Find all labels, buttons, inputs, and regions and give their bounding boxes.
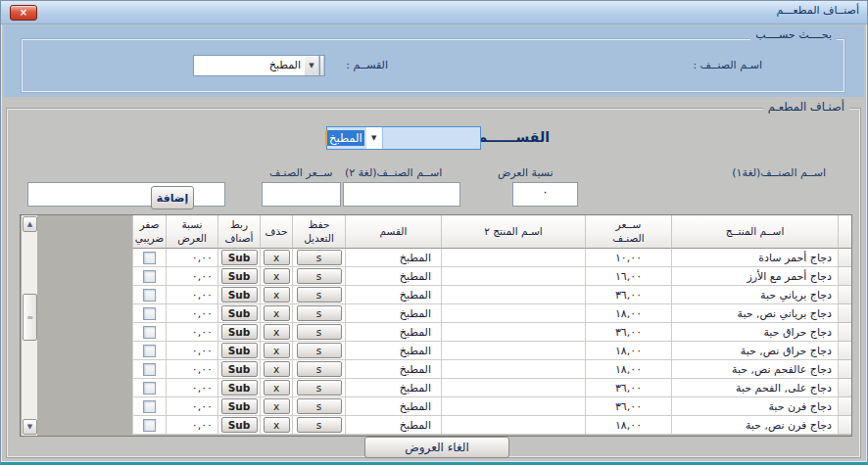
offer-percent-cell[interactable]: ٠,٠٠ bbox=[166, 249, 217, 267]
product-name2-cell[interactable] bbox=[441, 249, 585, 267]
item-price-cell[interactable]: ١٨,٠٠ bbox=[585, 304, 671, 323]
item-price-cell[interactable]: ١٨,٠٠ bbox=[585, 360, 671, 379]
link-items-button[interactable]: Sub bbox=[221, 417, 258, 433]
save-edit-button[interactable]: s bbox=[297, 398, 342, 414]
row-selector[interactable] bbox=[838, 397, 851, 416]
save-edit-button[interactable]: s bbox=[297, 361, 342, 377]
offer-percent-cell[interactable]: ٠,٠٠ bbox=[166, 323, 217, 342]
item-price-cell[interactable]: ١٨,٠٠ bbox=[585, 416, 671, 435]
zero-tax-checkbox[interactable] bbox=[143, 307, 156, 320]
item-price-cell[interactable]: ٣٦,٠٠ bbox=[585, 323, 671, 342]
product-name-cell[interactable]: دجاج فرن نص, حبة bbox=[671, 416, 838, 435]
link-items-button[interactable]: Sub bbox=[221, 343, 258, 358]
delete-button[interactable]: x bbox=[264, 287, 290, 302]
name-lang1-input[interactable] bbox=[27, 182, 225, 207]
link-items-button[interactable]: Sub bbox=[221, 361, 258, 377]
row-selector[interactable] bbox=[838, 304, 851, 323]
section-cell[interactable]: المطبخ bbox=[345, 379, 441, 397]
product-name2-cell[interactable] bbox=[441, 267, 585, 286]
link-items-button[interactable]: Sub bbox=[221, 398, 258, 414]
section-cell[interactable]: المطبخ bbox=[345, 416, 441, 435]
section-cell[interactable]: المطبخ bbox=[345, 323, 441, 342]
save-edit-button[interactable]: s bbox=[297, 417, 342, 433]
zero-tax-checkbox[interactable] bbox=[143, 345, 156, 357]
offer-percent-cell[interactable]: ٠,٠٠ bbox=[166, 379, 217, 397]
row-selector[interactable] bbox=[838, 342, 851, 360]
col-item-price[interactable]: ســعر الصنـف bbox=[585, 215, 671, 249]
offer-percent-cell[interactable]: ٠,٠٠ bbox=[166, 267, 217, 286]
delete-button[interactable]: x bbox=[264, 380, 290, 395]
product-name2-cell[interactable] bbox=[441, 323, 585, 342]
product-name2-cell[interactable] bbox=[441, 360, 585, 379]
close-button[interactable]: × bbox=[10, 5, 37, 21]
delete-button[interactable]: x bbox=[264, 268, 290, 284]
delete-button[interactable]: x bbox=[264, 324, 290, 340]
col-save-edit[interactable]: حفظ التعديل bbox=[292, 215, 345, 249]
zero-tax-checkbox[interactable] bbox=[143, 289, 156, 302]
scroll-down-icon[interactable]: ▼ bbox=[23, 419, 37, 435]
price-input[interactable] bbox=[262, 182, 341, 207]
item-price-cell[interactable]: ٣٦,٠٠ bbox=[585, 397, 671, 416]
link-items-button[interactable]: Sub bbox=[221, 268, 258, 284]
delete-button[interactable]: x bbox=[264, 343, 290, 358]
vertical-scrollbar[interactable]: ▲ ≡ ▼ bbox=[21, 215, 37, 436]
save-edit-button[interactable]: s bbox=[297, 343, 342, 358]
product-name2-cell[interactable] bbox=[441, 397, 585, 416]
cancel-offers-button[interactable]: الغاء العروض bbox=[364, 437, 509, 458]
product-name-cell[interactable]: دجاج حراق حبة bbox=[671, 323, 838, 342]
offer-percent-cell[interactable]: ٠,٠٠ bbox=[166, 286, 217, 304]
product-name2-cell[interactable] bbox=[441, 286, 585, 304]
scrollbar-thumb[interactable]: ≡ bbox=[23, 294, 37, 341]
product-name-cell[interactable]: دجاج حراق نص, حبة bbox=[671, 342, 838, 360]
row-selector[interactable] bbox=[838, 379, 851, 397]
product-name-cell[interactable]: دجاج فرن حبة bbox=[671, 397, 838, 416]
delete-button[interactable]: x bbox=[264, 305, 290, 321]
chevron-down-icon[interactable]: ▼ bbox=[305, 56, 319, 75]
offer-percent-cell[interactable]: ٠,٠٠ bbox=[166, 360, 217, 379]
item-price-cell[interactable]: ٣٦,٠٠ bbox=[585, 286, 671, 304]
link-items-button[interactable]: Sub bbox=[221, 305, 258, 321]
scroll-up-icon[interactable]: ▲ bbox=[23, 216, 37, 232]
section-cell[interactable]: المطبخ bbox=[345, 267, 441, 286]
zero-tax-checkbox[interactable] bbox=[143, 252, 156, 264]
section-cell[interactable]: المطبخ bbox=[345, 249, 441, 267]
save-edit-button[interactable]: s bbox=[297, 268, 342, 284]
item-price-cell[interactable]: ١٨,٠٠ bbox=[585, 342, 671, 360]
section-combobox[interactable]: المطبخ ▼ bbox=[326, 126, 481, 150]
section-cell[interactable]: المطبخ bbox=[345, 304, 441, 323]
link-items-button[interactable]: Sub bbox=[221, 287, 258, 302]
col-delete[interactable]: حذف bbox=[260, 215, 292, 249]
zero-tax-checkbox[interactable] bbox=[143, 363, 156, 376]
product-name-cell[interactable]: دجاج على, الفحم حبة bbox=[671, 379, 838, 397]
row-selector[interactable] bbox=[838, 323, 851, 342]
col-zero-tax[interactable]: صفر ضريبي bbox=[132, 215, 166, 249]
delete-button[interactable]: x bbox=[264, 250, 290, 265]
offer-percent-cell[interactable]: ٠,٠٠ bbox=[166, 397, 217, 416]
link-items-button[interactable]: Sub bbox=[221, 380, 258, 395]
offer-percent-cell[interactable]: ٠,٠٠ bbox=[166, 342, 217, 360]
product-name-cell[interactable]: دجاج برياني حبة bbox=[671, 286, 838, 304]
section-cell[interactable]: المطبخ bbox=[345, 286, 441, 304]
product-name2-cell[interactable] bbox=[441, 304, 585, 323]
row-selector[interactable] bbox=[838, 286, 851, 304]
section-cell[interactable]: المطبخ bbox=[345, 342, 441, 360]
chevron-down-icon[interactable]: ▼ bbox=[366, 127, 383, 149]
search-section-combobox[interactable]: المطبخ ▼ bbox=[193, 55, 320, 76]
delete-button[interactable]: x bbox=[264, 417, 290, 433]
product-name-cell[interactable]: دجاج أحمر مع الأرز bbox=[671, 267, 838, 286]
offer-percent-input[interactable]: ٠ bbox=[512, 182, 578, 207]
zero-tax-checkbox[interactable] bbox=[143, 326, 156, 339]
product-name2-cell[interactable] bbox=[441, 379, 585, 397]
product-name-cell[interactable]: دجاج برياني نص, حبة bbox=[671, 304, 838, 323]
col-offer-percent[interactable]: نسبة العرض bbox=[166, 215, 217, 249]
save-edit-button[interactable]: s bbox=[297, 287, 342, 302]
product-name2-cell[interactable] bbox=[441, 416, 585, 435]
col-link-items[interactable]: ربط أصناف bbox=[217, 215, 260, 249]
save-edit-button[interactable]: s bbox=[297, 324, 342, 340]
delete-button[interactable]: x bbox=[264, 361, 290, 377]
save-edit-button[interactable]: s bbox=[297, 305, 342, 321]
section-cell[interactable]: المطبخ bbox=[345, 360, 441, 379]
col-product-name[interactable]: اســم المنتــج bbox=[671, 215, 838, 249]
save-edit-button[interactable]: s bbox=[297, 250, 342, 265]
offer-percent-cell[interactable]: ٠,٠٠ bbox=[166, 304, 217, 323]
